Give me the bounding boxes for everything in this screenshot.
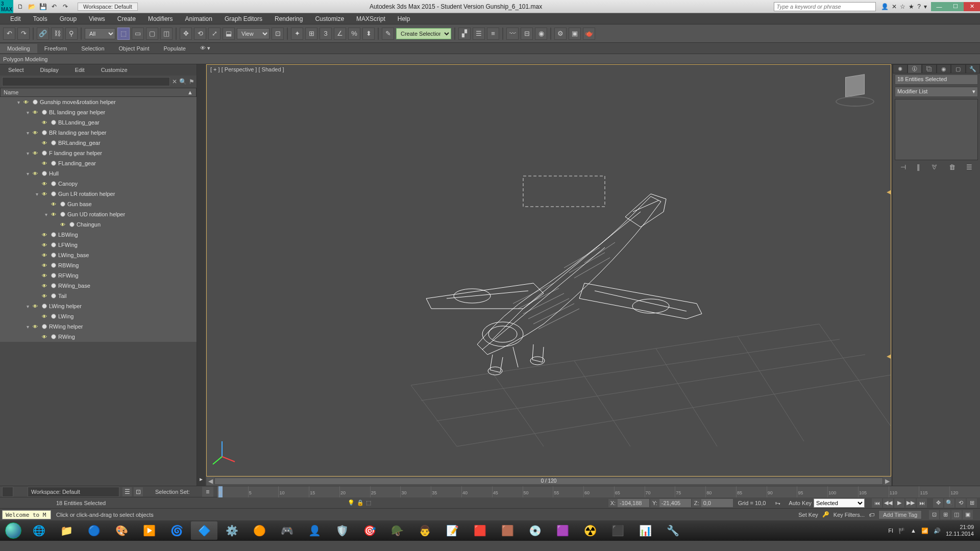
redo-button[interactable]: ↷ xyxy=(17,28,30,40)
nav-orbit-icon[interactable]: ⟲ xyxy=(955,498,966,508)
menu-rendering[interactable]: Rendering xyxy=(268,14,309,24)
taskbar-app14[interactable]: 📊 xyxy=(632,521,658,540)
tree-row[interactable]: 👁LWing xyxy=(0,311,197,321)
keymode-select[interactable]: Selected xyxy=(814,498,865,508)
taskbar-ie[interactable]: 🌐 xyxy=(26,521,52,540)
taskbar-media[interactable]: ▶️ xyxy=(136,521,162,540)
tree-toggle-icon[interactable]: ▾ xyxy=(24,110,31,115)
visibility-icon[interactable]: 👁 xyxy=(41,119,48,126)
tree-row[interactable]: ▾👁Gun LR rotation helper xyxy=(0,189,197,199)
tray-up-icon[interactable]: ▲ xyxy=(911,528,916,534)
taskbar-app1[interactable]: 🌀 xyxy=(163,521,190,540)
scale-button[interactable]: ⤢ xyxy=(208,28,220,40)
new-icon[interactable]: 🗋 xyxy=(15,2,26,12)
visibility-icon[interactable]: 👁 xyxy=(41,313,48,320)
layer-icon[interactable]: ☰ xyxy=(122,487,132,496)
percent-snap-button[interactable]: % xyxy=(348,28,360,40)
scene-tree[interactable]: ▾👁Gunship move&rotation helper▾👁BL landi… xyxy=(0,97,197,486)
workspace-selector[interactable]: Workspace: Default xyxy=(78,3,138,11)
menu-maxscript[interactable]: MAXScript xyxy=(350,14,391,24)
time-left-icon[interactable]: ◀ xyxy=(206,478,214,485)
menu-customize[interactable]: Customize xyxy=(309,14,350,24)
add-time-tag-button[interactable]: Add Time Tag xyxy=(878,510,922,519)
pin-stack-icon[interactable]: ⊣ xyxy=(900,163,906,171)
visibility-icon[interactable]: 👁 xyxy=(41,292,48,299)
visibility-icon[interactable]: 👁 xyxy=(41,282,48,289)
selection-filter[interactable]: All xyxy=(85,28,115,39)
ribbon-tab-collapse[interactable]: 👁 ▾ xyxy=(193,43,217,53)
visibility-icon[interactable]: 👁 xyxy=(32,129,39,136)
material-editor-button[interactable]: ◉ xyxy=(535,28,547,40)
tree-toggle-icon[interactable]: ▾ xyxy=(24,151,31,156)
layers-button[interactable]: ≡ xyxy=(487,28,499,40)
named-selection-combo[interactable]: Create Selection Se xyxy=(396,28,451,39)
taskbar-app15[interactable]: 🔧 xyxy=(659,521,686,540)
visibility-icon[interactable]: 👁 xyxy=(22,98,30,106)
curve-editor-button[interactable]: 〰 xyxy=(506,28,519,40)
bind-button[interactable]: ⚲ xyxy=(65,28,78,40)
undo-button[interactable]: ↶ xyxy=(3,28,15,40)
tree-row[interactable]: 👁RFWing xyxy=(0,270,197,281)
visibility-icon[interactable]: 👁 xyxy=(41,272,48,279)
modifier-list-dropdown[interactable]: Modifier List▾ xyxy=(895,87,978,97)
tree-row[interactable]: 👁Tail xyxy=(0,291,197,301)
play-icon[interactable]: ▶ xyxy=(894,498,904,508)
undo-icon[interactable]: ↶ xyxy=(49,2,59,12)
tree-toggle-icon[interactable]: ▾ xyxy=(43,212,49,217)
taskbar-app2[interactable]: 🟠 xyxy=(246,521,273,540)
name-column-header[interactable]: Name xyxy=(4,89,18,95)
tree-row[interactable]: 👁Chaingun xyxy=(0,219,197,230)
tree-row[interactable]: ▾👁LWing helper xyxy=(0,301,197,311)
snap3-button[interactable]: 3 xyxy=(320,28,332,40)
tray-lang[interactable]: FI xyxy=(888,528,893,534)
select-name-button[interactable]: ▭ xyxy=(132,28,144,40)
tree-row[interactable]: ▾👁Gun UD rotation helper xyxy=(0,209,197,219)
render-frame-button[interactable]: ▣ xyxy=(569,28,581,40)
visibility-icon[interactable]: 👁 xyxy=(41,262,48,269)
lock2-icon[interactable]: 🔒 xyxy=(357,499,364,506)
minimize-button[interactable]: — xyxy=(931,2,947,11)
favorite-icon[interactable]: ☆ xyxy=(900,3,905,10)
taskbar-chrome[interactable]: 🔵 xyxy=(81,521,107,540)
tree-toggle-icon[interactable]: ▾ xyxy=(24,171,31,177)
visibility-icon[interactable]: 👁 xyxy=(50,201,57,208)
taskbar-app3[interactable]: 🎮 xyxy=(274,521,300,540)
tray-net-icon[interactable]: 📶 xyxy=(921,528,928,534)
help-search-input[interactable] xyxy=(774,2,876,11)
lp-tab-customize[interactable]: Customize xyxy=(93,65,136,74)
ribbon-tab-modeling[interactable]: Modeling xyxy=(0,44,37,53)
rotate-button[interactable]: ⟲ xyxy=(194,28,206,40)
visibility-icon[interactable]: 👁 xyxy=(41,231,48,238)
open-icon[interactable]: 📂 xyxy=(27,2,37,12)
visibility-icon[interactable]: 👁 xyxy=(41,180,48,187)
tree-row[interactable]: 👁LBWing xyxy=(0,230,197,240)
schematic-button[interactable]: ⊟ xyxy=(521,28,533,40)
nav-2-icon[interactable]: ⊞ xyxy=(940,510,950,519)
visibility-icon[interactable]: 👁 xyxy=(32,323,39,330)
angle-snap-button[interactable]: ∠ xyxy=(334,28,346,40)
help-icon[interactable]: ? xyxy=(917,3,921,10)
keyfilters-button[interactable]: Key Filters... xyxy=(834,512,865,518)
taskbar-steam[interactable]: ⚙️ xyxy=(218,521,245,540)
goto-end-icon[interactable]: ⏭ xyxy=(917,498,927,508)
autokey-button[interactable]: Auto Key xyxy=(789,500,812,506)
visibility-icon[interactable]: 👁 xyxy=(59,221,66,228)
taskbar-app12[interactable]: 🟪 xyxy=(549,521,576,540)
setkey-button[interactable]: Set Key xyxy=(798,512,818,518)
taskbar-app11[interactable]: 💿 xyxy=(522,521,548,540)
menu-modifiers[interactable]: Modifiers xyxy=(142,14,179,24)
tree-row[interactable]: 👁LFWing xyxy=(0,240,197,250)
signin-icon[interactable]: 👤 xyxy=(881,3,889,10)
maximize-button[interactable]: ☐ xyxy=(947,2,964,11)
viewport-time-slider[interactable]: ◀ 0 / 120 ▶ xyxy=(206,477,891,486)
tree-toggle-icon[interactable]: ▾ xyxy=(24,130,31,136)
tag-icon[interactable]: 🏷 xyxy=(869,512,874,518)
cmd-tab-hierarchy[interactable]: ⿻ xyxy=(922,64,937,73)
nav-max-icon[interactable]: ⊞ xyxy=(967,498,977,508)
start-button[interactable] xyxy=(2,521,24,540)
taskbar-app7[interactable]: 🪖 xyxy=(384,521,410,540)
tree-toggle-icon[interactable]: ▾ xyxy=(24,324,31,330)
editnamed-button[interactable]: ✎ xyxy=(382,28,394,40)
render-setup-button[interactable]: ⚙ xyxy=(554,28,567,40)
align-button[interactable]: ☰ xyxy=(473,28,485,40)
